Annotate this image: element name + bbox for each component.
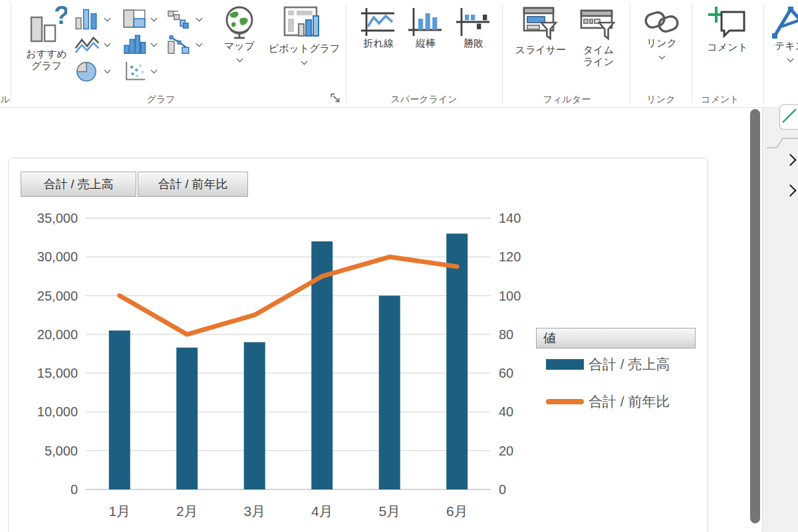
left-axis-tick: 25,000 — [37, 289, 78, 303]
bar-6月[interactable] — [446, 233, 467, 489]
chevron-down-icon[interactable] — [151, 67, 158, 74]
chevron-down-icon[interactable] — [104, 67, 111, 74]
right-axis-tick: 60 — [499, 366, 513, 380]
recommended-label-line2: グラフ — [31, 60, 62, 72]
sparkline-line-icon — [361, 7, 396, 37]
bar-3月[interactable] — [244, 342, 265, 489]
collapsed-shape-icon — [767, 133, 798, 154]
chevron-down-icon[interactable] — [151, 15, 158, 22]
right-axis-tick: 80 — [499, 327, 513, 342]
text-label: テキス — [775, 40, 798, 52]
pie-chart-icon[interactable] — [74, 60, 98, 82]
x-axis-label: 6月 — [446, 503, 468, 519]
pencil-edit-icon — [780, 105, 797, 128]
chevron-down-icon — [787, 56, 793, 63]
field-button-yoy[interactable]: 合計 / 前年比 — [138, 172, 248, 197]
timeline-label-line2: ライン — [583, 56, 614, 68]
chevron-down-icon[interactable] — [104, 41, 111, 47]
sparkline-winloss-button[interactable]: 勝敗 — [455, 7, 492, 49]
x-axis-label: 3月 — [243, 503, 265, 519]
link-label: リンク — [646, 37, 677, 49]
pivot-chart-button[interactable]: ピボットグラフ — [269, 5, 339, 64]
chevron-down-icon — [301, 59, 308, 65]
group-separator — [692, 3, 692, 103]
bar-1月[interactable] — [109, 331, 130, 489]
legend-entry-yoy: 合計 / 前年比 — [546, 392, 670, 411]
slicer-icon — [521, 5, 560, 44]
ribbon-border — [0, 107, 798, 108]
slicer-label: スライサー — [515, 44, 566, 56]
left-axis-tick: 15,000 — [37, 366, 78, 380]
task-pane-edge — [762, 108, 798, 532]
timeline-button[interactable]: タイム ライン — [575, 5, 622, 68]
recommended-charts-button[interactable]: ? おすすめ グラフ — [19, 5, 74, 72]
group-label-filters: フィルター — [505, 94, 628, 106]
group-separator — [346, 3, 346, 103]
chevron-down-icon[interactable] — [196, 15, 203, 22]
chevron-down-icon — [236, 56, 243, 63]
sparkline-line-button[interactable]: 折れ線 — [358, 7, 399, 49]
group-label-charts: グラフ — [15, 94, 307, 106]
right-axis-tick: 100 — [499, 289, 521, 303]
pivot-field-buttons: 合計 / 売上高 合計 / 前年比 — [21, 172, 248, 197]
left-axis-tick: 5,000 — [45, 444, 78, 458]
legend-entry-sales: 合計 / 売上高 — [546, 355, 670, 374]
x-axis-label: 2月 — [176, 503, 198, 519]
waterfall-chart-icon[interactable] — [166, 8, 190, 29]
legend-swatch-bar — [546, 359, 584, 370]
legend-swatch-line — [546, 399, 584, 404]
histogram-chart-icon[interactable] — [122, 33, 146, 55]
combo-chart-icon[interactable] — [166, 33, 190, 55]
partial-group-label: ル — [0, 94, 11, 106]
x-axis-label: 4月 — [311, 503, 333, 519]
link-icon — [643, 7, 680, 37]
vertical-scrollbar-thumb[interactable] — [750, 109, 760, 523]
comment-button[interactable]: コメント — [700, 5, 755, 53]
column-chart-icon[interactable] — [74, 9, 100, 30]
x-axis-label: 1月 — [108, 503, 130, 519]
map-globe-icon — [223, 5, 256, 40]
group-separator — [630, 3, 630, 103]
group-label-sparklines: スパークライン — [349, 94, 499, 106]
group-label-comments: コメント — [694, 94, 747, 106]
timeline-label-line1: タイム — [583, 44, 614, 56]
chevron-down-icon[interactable] — [196, 41, 203, 47]
chevron-down-icon — [658, 53, 665, 60]
left-axis-tick: 10,000 — [37, 404, 78, 419]
chevron-down-icon[interactable] — [104, 15, 111, 22]
right-axis-tick: 40 — [499, 404, 513, 419]
wordart-text-icon — [771, 5, 798, 40]
sparkline-column-button[interactable]: 縦棒 — [407, 7, 444, 49]
text-button[interactable]: テキス — [770, 5, 798, 61]
legend-label-sales: 合計 / 売上高 — [589, 355, 670, 374]
hierarchy-chart-icon[interactable] — [122, 9, 146, 29]
pane-card[interactable] — [779, 104, 798, 130]
group-separator — [763, 3, 764, 103]
sparkline-column-label: 縦棒 — [416, 37, 436, 49]
sparkline-column-icon — [408, 7, 443, 37]
comment-label: コメント — [707, 41, 747, 53]
right-axis-tick: 120 — [499, 249, 521, 264]
sparkline-winloss-label: 勝敗 — [464, 37, 483, 49]
recommended-label-line1: おすすめ — [26, 48, 66, 60]
left-axis-tick: 0 — [70, 482, 78, 497]
left-axis-tick: 30,000 — [37, 249, 78, 264]
link-button[interactable]: リンク — [640, 7, 684, 59]
bar-5月[interactable] — [379, 296, 400, 489]
chevron-down-icon[interactable] — [151, 41, 158, 47]
legend-label-yoy: 合計 / 前年比 — [589, 392, 670, 411]
sparkline-winloss-icon — [456, 7, 491, 37]
pivot-chart-object[interactable]: 005,0002010,0004015,0006020,0008025,0001… — [8, 158, 708, 532]
legend-values-field-button[interactable]: 値 — [536, 328, 696, 348]
dialog-launcher-icon[interactable] — [331, 93, 340, 103]
group-label-link: リンク — [632, 94, 690, 106]
right-axis-tick: 0 — [499, 482, 506, 497]
slicer-button[interactable]: スライサー — [512, 5, 569, 56]
scatter-chart-icon[interactable] — [122, 60, 146, 82]
bar-2月[interactable] — [176, 348, 198, 489]
group-separator — [502, 3, 503, 103]
question-mark-glyph: ? — [54, 5, 67, 29]
line-chart-icon[interactable] — [74, 35, 100, 55]
map-chart-button[interactable]: マップ — [221, 5, 258, 61]
field-button-sales[interactable]: 合計 / 売上高 — [21, 172, 136, 197]
